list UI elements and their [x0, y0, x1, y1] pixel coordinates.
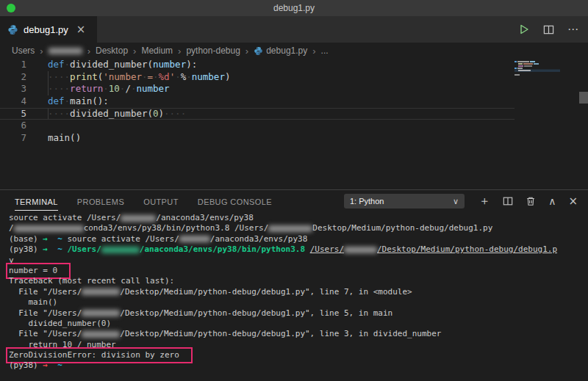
breadcrumb-separator-icon: › — [312, 46, 315, 57]
new-terminal-icon[interactable]: ＋ — [478, 195, 490, 207]
breadcrumb-item[interactable]: Desktop — [96, 46, 128, 56]
run-file-icon[interactable] — [518, 23, 530, 35]
terminal-selector-dropdown[interactable]: 1: Python ∨ — [344, 194, 465, 208]
indent-guide — [48, 83, 49, 95]
breadcrumb-separator-icon: › — [40, 46, 43, 57]
line-number: 1 — [0, 59, 26, 71]
line-number: 2 — [0, 71, 26, 84]
breadcrumb-separator-icon: › — [133, 46, 136, 57]
terminal-line: main() — [9, 297, 585, 308]
breadcrumb-item[interactable]: debug1.py — [254, 46, 307, 56]
breadcrumb-item[interactable]: python-debug — [186, 46, 240, 56]
code-line[interactable]: 3····return·10·/·number — [0, 83, 514, 95]
panel-tab-problems[interactable]: PROBLEMS — [77, 192, 124, 211]
terminal-line: /conda3/envs/py38/bin/python3.8 /Users/D… — [9, 223, 585, 233]
tab-label: debug1.py — [24, 24, 68, 35]
breadcrumb-separator-icon: › — [178, 46, 181, 57]
terminal-output[interactable]: source activate /Users//anaconda3/envs/p… — [9, 213, 585, 371]
terminal-line: return 10 / number — [9, 340, 585, 350]
editor-tab-bar: debug1.py × — [0, 16, 588, 43]
title-bar: debug1.py — [0, 0, 588, 16]
editor-actions: ⋯ — [518, 16, 579, 43]
terminal-line: divided_number(0) — [9, 319, 585, 329]
minimap-slider[interactable] — [579, 92, 588, 104]
breadcrumb-item[interactable] — [49, 48, 82, 54]
indent-guide — [48, 71, 49, 84]
code-line[interactable]: 7main() — [0, 132, 514, 145]
code-line[interactable]: 2····print('number·=·%d'·%·number) — [0, 71, 514, 84]
vscode-window: debug1.py debug1.py × ⋯ Users››Desktop›M… — [0, 0, 588, 381]
line-number: 3 — [0, 83, 26, 95]
tab-close-icon[interactable]: × — [76, 23, 86, 36]
redacted-text — [82, 310, 120, 316]
minimap[interactable] — [514, 60, 560, 97]
terminal-line: (py38) → ~ — [9, 360, 585, 371]
file-link[interactable]: /Users/ — [310, 244, 344, 254]
redacted-text — [121, 215, 156, 222]
breadcrumb-item[interactable]: Users — [12, 46, 35, 56]
redacted-text — [82, 331, 120, 338]
bottom-panel: TERMINALPROBLEMSOUTPUTDEBUG CONSOLE 1: P… — [0, 189, 588, 381]
python-file-icon — [7, 24, 18, 35]
code-line[interactable]: 1def·divided_number(number): — [0, 59, 514, 71]
line-number: 5 — [0, 109, 26, 120]
terminal-line: File "/Users//Desktop/Medium/python-debu… — [9, 329, 585, 339]
python-icon — [254, 46, 263, 56]
terminal-line: (base) → ~ source activate /Users//anaco… — [9, 234, 585, 244]
breadcrumb-separator-icon: › — [87, 46, 90, 57]
code-line[interactable]: 4def·main(): — [0, 95, 514, 108]
redacted-text — [179, 236, 210, 242]
file-link[interactable]: /Desktop/Medium/python-debug/debug1.p — [377, 244, 557, 254]
redacted-text — [101, 247, 140, 253]
breadcrumb-separator-icon: › — [245, 46, 248, 57]
panel-tab-terminal[interactable]: TERMINAL — [15, 192, 58, 211]
terminal-line: (py38) → ~ /Users//anaconda3/envs/py38/b… — [9, 244, 585, 255]
panel-action-icons: ＋ ∧ × — [478, 190, 578, 212]
tab-debug1-py[interactable]: debug1.py × — [0, 16, 97, 43]
line-number: 4 — [0, 95, 26, 108]
redacted-text — [82, 289, 120, 295]
breadcrumb-item[interactable]: ... — [321, 46, 329, 56]
terminal-line: ZeroDivisionError: division by zero — [9, 350, 585, 360]
split-terminal-icon[interactable] — [503, 196, 513, 206]
indent-guide — [48, 109, 49, 120]
panel-tab-output[interactable]: OUTPUT — [143, 192, 179, 211]
terminal-line: source activate /Users//anaconda3/envs/p… — [9, 213, 585, 223]
line-number: 7 — [0, 132, 26, 145]
breadcrumb[interactable]: Users››Desktop›Medium›python-debug› debu… — [12, 43, 588, 59]
terminal-line: File "/Users//Desktop/Medium/python-debu… — [9, 308, 585, 319]
terminal-selector-value: 1: Python — [350, 197, 453, 206]
code-editor[interactable]: 1def·divided_number(number):2····print('… — [0, 59, 514, 189]
chevron-down-icon: ∨ — [453, 197, 459, 206]
window-title: debug1.py — [273, 3, 315, 13]
highlight-annotation-box: ZeroDivisionError: division by zero — [9, 350, 190, 360]
terminal-line: File "/Users//Desktop/Medium/python-debu… — [9, 287, 585, 297]
redacted-text — [14, 225, 84, 232]
redacted-text — [49, 48, 82, 54]
more-actions-icon[interactable]: ⋯ — [567, 23, 579, 36]
split-editor-icon[interactable] — [543, 24, 554, 35]
line-number: 6 — [0, 120, 26, 132]
highlight-annotation-box: number = 0 — [9, 266, 68, 276]
close-panel-icon[interactable]: × — [568, 196, 578, 207]
code-line[interactable]: 5····divided_number(0)···· — [0, 108, 514, 120]
window-zoom-button[interactable] — [7, 4, 15, 12]
maximize-panel-icon[interactable]: ∧ — [548, 196, 556, 206]
terminal-line: number = 0 — [9, 266, 585, 276]
panel-tab-debug-console[interactable]: DEBUG CONSOLE — [198, 192, 272, 211]
panel-header: TERMINALPROBLEMSOUTPUTDEBUG CONSOLE 1: P… — [0, 190, 588, 212]
code-line[interactable]: 6 — [0, 120, 514, 132]
breadcrumb-item[interactable]: Medium — [141, 46, 173, 56]
redacted-text — [344, 247, 377, 253]
redacted-text — [268, 225, 312, 232]
terminal-line: y — [9, 255, 585, 266]
kill-terminal-trash-icon[interactable] — [526, 196, 536, 206]
terminal-line: Traceback (most recent call last): — [9, 276, 585, 286]
